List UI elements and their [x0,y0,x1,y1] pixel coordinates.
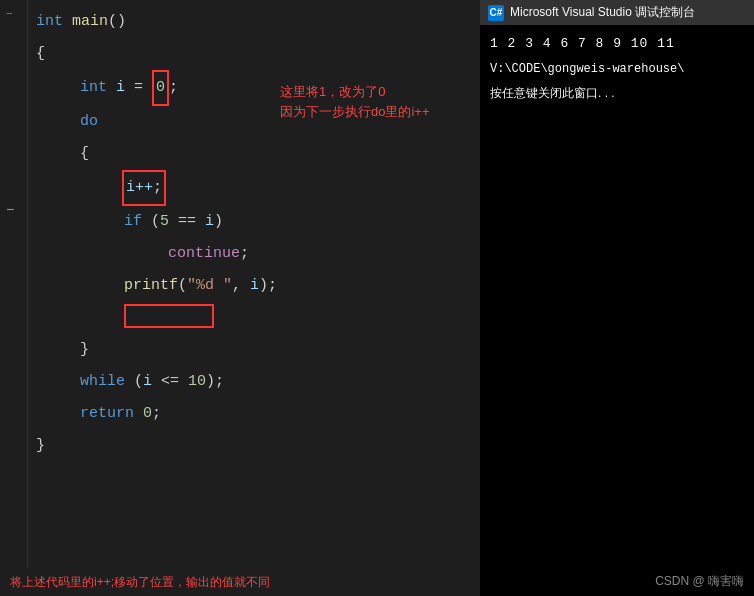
annotation-line2: 因为下一步执行do里的i++ [280,102,480,122]
code-line-14: } [36,430,472,462]
code-line-5: { [36,138,472,170]
keyword-continue: continue [168,238,240,270]
collapse-arrow-1[interactable]: − [6,8,13,20]
code-line-11: } [36,334,472,366]
debug-numbers: 1 2 3 4 6 7 8 9 10 11 [490,33,744,55]
iplus-boxed: i++; [122,170,166,206]
line-gutter: − − [0,0,28,596]
keyword-return: return [80,398,134,430]
func-main: main [72,6,108,38]
code-line-12: while (i <= 10); [36,366,472,398]
debug-title: Microsoft Visual Studio 调试控制台 [510,4,695,21]
bottom-bar: 将上述代码里的i++;移动了位置，输出的值就不同 [0,568,480,596]
annotation-line1: 这里将1，改为了0 [280,82,480,102]
annotation-text: 这里将1，改为了0 因为下一步执行do里的i++ [280,82,480,121]
str-format: "%d " [187,270,232,302]
keyword-if: if [124,206,142,238]
code-line-9: printf("%d ", i); [36,270,472,302]
collapse-arrow-2[interactable]: − [6,202,14,218]
code-line-2: { [36,38,472,70]
empty-red-box [124,304,214,328]
debug-console: C# Microsoft Visual Studio 调试控制台 1 2 3 4… [480,0,754,596]
debug-body: 1 2 3 4 6 7 8 9 10 11 V:\CODE\gongweis-w… [480,25,754,112]
code-line-13: return 0; [36,398,472,430]
bottom-annotation-text: 将上述代码里的i++;移动了位置，输出的值就不同 [10,574,270,591]
code-lines: int main() { int i = 0; do { i++; if (5 … [28,0,480,468]
keyword-int-var: int [80,72,107,104]
debug-path: V:\CODE\gongweis-warehouse\ [490,59,744,79]
vs-icon: C# [488,5,504,21]
code-line-8: continue; [36,238,472,270]
csdn-watermark: CSDN @ 嗨害嗨 [655,573,744,590]
keyword-while: while [80,366,125,398]
code-line-7: if (5 == i) [36,206,472,238]
zero-boxed: 0 [152,70,169,106]
code-line-10 [36,302,472,334]
keyword-do: do [80,106,98,138]
debug-prompt: 按任意键关闭此窗口. . . [490,83,744,103]
debug-titlebar: C# Microsoft Visual Studio 调试控制台 [480,0,754,25]
keyword-int: int [36,6,63,38]
code-line-1: int main() [36,6,472,38]
code-editor: − − int main() { int i = 0; do { i++; [0,0,480,596]
func-printf: printf [124,270,178,302]
code-line-6: i++; [36,170,472,206]
var-i: i [116,72,125,104]
